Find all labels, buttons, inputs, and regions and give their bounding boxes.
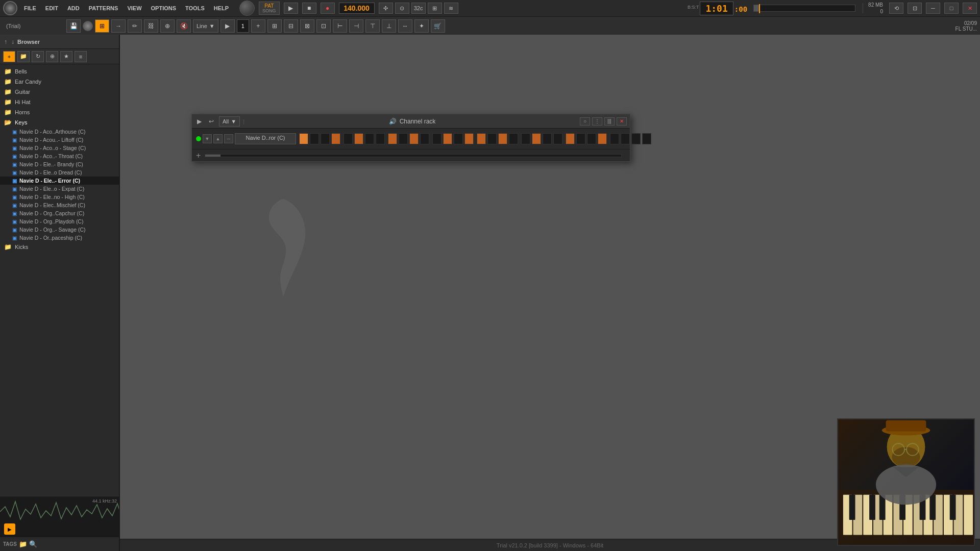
save-project-btn[interactable]: 💾	[66, 19, 81, 33]
step-btn-22[interactable]	[532, 133, 541, 144]
list-item[interactable]: ▣ Navie D - Org..- Savage (C)	[0, 226, 119, 234]
browser-new-btn[interactable]: +	[3, 51, 15, 62]
browser-star-btn[interactable]: ★	[60, 51, 72, 62]
folder-keys[interactable]: 📂 Keys	[0, 117, 119, 128]
pat-song-button[interactable]: PAT SONG	[259, 2, 280, 15]
step-btn-29[interactable]	[610, 133, 619, 144]
split-btn[interactable]: ⊟	[284, 19, 298, 33]
list-item[interactable]: ▣ Navie D - Ele..o - Expat (C)	[0, 185, 119, 193]
step-btn-27[interactable]	[587, 133, 596, 144]
step-btn-8[interactable]	[376, 133, 385, 144]
browser-back-btn[interactable]: ↑	[3, 37, 8, 46]
tags-folder-btn[interactable]: 📁	[19, 540, 27, 548]
tool4-btn[interactable]: ⊢	[333, 19, 347, 33]
folder-ear-candy[interactable]: 📁 Ear Candy	[0, 77, 119, 87]
browser-folder-btn[interactable]: 📁	[17, 51, 30, 62]
list-item[interactable]: ▣ Navie D - Aco..Arthouse (C)	[0, 128, 119, 136]
folder-bells[interactable]: 📁 Bells	[0, 66, 119, 77]
tags-search-btn[interactable]: 🔍	[29, 540, 37, 548]
channel-up-btn[interactable]: ▲	[213, 134, 223, 143]
list-item[interactable]: ▣ Navie D - Org..Playdoh (C)	[0, 217, 119, 226]
drum-btn[interactable]: ⊕	[160, 19, 175, 33]
menu-patterns[interactable]: PATTERNS	[86, 4, 121, 12]
list-item[interactable]: ▣ Navie D - Acou..- Liftoff (C)	[0, 136, 119, 144]
channel-down-btn[interactable]: ▼	[203, 134, 212, 143]
add-pattern-btn[interactable]: +	[251, 19, 265, 33]
arrow-right2-btn[interactable]: ▶	[220, 19, 235, 33]
step-btn-25[interactable]	[566, 133, 575, 144]
tool6-btn[interactable]: ⊤	[365, 19, 380, 33]
menu-options[interactable]: OPTIONS	[149, 4, 179, 12]
step-btn-19[interactable]	[498, 133, 507, 144]
step-btn-15[interactable]	[454, 133, 463, 144]
pencil-tool-btn[interactable]: ✏	[128, 19, 142, 33]
step-btn-4[interactable]	[331, 133, 340, 144]
master-volume-knob[interactable]	[239, 1, 255, 16]
cr-all-dropdown[interactable]: All ▼	[219, 116, 240, 127]
step-btn-6[interactable]	[354, 133, 363, 144]
step-btn-3[interactable]	[321, 133, 330, 144]
folder-horns[interactable]: 📁 Horns	[0, 107, 119, 117]
list-item[interactable]: ▣ Navie D - Ele..no - High (C)	[0, 193, 119, 201]
step-btn-5[interactable]	[344, 133, 353, 144]
bpm-display[interactable]: 140.000	[339, 3, 375, 14]
list-item[interactable]: ▣ Navie D - Aco..- Throat (C)	[0, 152, 119, 160]
browser-tree[interactable]: 📁 Bells 📁 Ear Candy 📁 Guitar 📁 Hi Hat 📁 …	[0, 64, 119, 496]
step-btn-1[interactable]	[299, 133, 308, 144]
step-btn-12[interactable]	[420, 133, 429, 144]
step-btn-26[interactable]	[576, 133, 585, 144]
list-item[interactable]: ▣ Navie D - Ele..o Dread (C)	[0, 168, 119, 177]
browser-forward-btn[interactable]: ↓	[10, 37, 15, 46]
step-btn-24[interactable]	[553, 133, 562, 144]
step-btn-31[interactable]	[631, 133, 641, 144]
tool10-btn[interactable]: 🛒	[431, 19, 445, 33]
step-btn-21[interactable]	[521, 133, 530, 144]
step-btn-18[interactable]	[487, 133, 497, 144]
step-btn-14[interactable]	[443, 133, 452, 144]
link-btn[interactable]: ⛓	[144, 19, 158, 33]
step-btn-13[interactable]	[432, 133, 442, 144]
mixer-icon-btn[interactable]: ⊞	[428, 3, 442, 14]
step-btn-11[interactable]	[409, 133, 419, 144]
menu-view[interactable]: VIEW	[125, 4, 144, 12]
record-pattern-btn[interactable]: ⊙	[395, 3, 409, 14]
fl-window-close[interactable]: ✕	[963, 3, 977, 14]
menu-file[interactable]: FILE	[21, 4, 39, 12]
tool9-btn[interactable]: ✦	[414, 19, 429, 33]
fl-window-minimize2[interactable]: ─	[926, 3, 940, 14]
cr-add-channel-btn[interactable]: +	[196, 151, 201, 160]
cursor-icon-btn[interactable]: ✣	[379, 3, 393, 14]
cr-vis1-btn[interactable]: ⋮	[592, 117, 602, 126]
step-btn-30[interactable]	[621, 133, 630, 144]
cr-back-btn[interactable]: ↩	[207, 117, 216, 126]
list-item[interactable]: ▣ Navie D - Ele..- Brandy (C)	[0, 160, 119, 168]
channel-minus-btn[interactable]: ─	[224, 134, 233, 143]
step-btn-20[interactable]	[509, 133, 518, 144]
list-item[interactable]: ▣ Navie D - Elec..Mischief (C)	[0, 201, 119, 209]
step-btn-17[interactable]	[477, 133, 486, 144]
step-btn-16[interactable]	[464, 133, 474, 144]
step-btn-10[interactable]	[399, 133, 408, 144]
pattern-icon-btn[interactable]: ⊞	[95, 19, 109, 33]
tool3-btn[interactable]: ⊡	[316, 19, 331, 33]
menu-tools[interactable]: TOOLS	[183, 4, 207, 12]
step-btn-9[interactable]	[388, 133, 397, 144]
note-icon-btn[interactable]: 32c	[411, 3, 426, 14]
mute-btn[interactable]: 🔇	[177, 19, 191, 33]
progress-bar[interactable]	[753, 5, 855, 12]
menu-add[interactable]: ADD	[65, 4, 82, 12]
cr-play-btn[interactable]: ▶	[195, 117, 204, 126]
menu-edit[interactable]: EDIT	[43, 4, 61, 12]
list-item-active[interactable]: ▣ Navie D - Ele..- Error (C)	[0, 177, 119, 185]
folder-guitar[interactable]: 📁 Guitar	[0, 87, 119, 97]
merge-btn[interactable]: ⊠	[300, 19, 314, 33]
record-button[interactable]: ●	[321, 3, 335, 14]
folder-kicks[interactable]: 📁 Kicks	[0, 242, 119, 252]
waveform-play-btn[interactable]: ▶	[4, 523, 15, 535]
arrow-right-btn[interactable]: →	[111, 19, 126, 33]
step-btn-28[interactable]	[598, 133, 607, 144]
browser-refresh-btn[interactable]: ↻	[32, 51, 44, 62]
list-item[interactable]: ▣ Navie D - Org..Capchur (C)	[0, 209, 119, 217]
fl-window-minimize[interactable]: ⟲	[889, 3, 903, 14]
list-item[interactable]: ▣ Navie D - Aco..o - Stage (C)	[0, 144, 119, 152]
